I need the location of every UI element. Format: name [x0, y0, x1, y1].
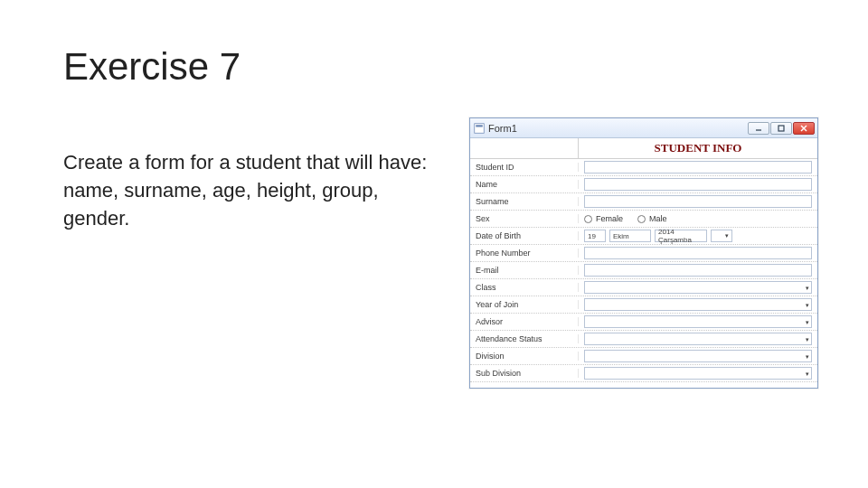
row-class: Class ▾	[470, 279, 817, 296]
chevron-down-icon: ▾	[806, 336, 809, 343]
chevron-down-icon: ▾	[806, 302, 809, 308]
division-dropdown[interactable]: ▾	[584, 350, 812, 362]
sex-female-radio[interactable]	[584, 215, 592, 223]
calendar-icon: ▾	[725, 232, 729, 239]
close-button[interactable]	[793, 122, 815, 135]
sub-division-dropdown[interactable]: ▾	[584, 367, 812, 380]
row-dob: Date of Birth 19 Ekim 2014 Çarşamba ▾	[470, 228, 817, 245]
row-email: E-mail	[470, 262, 817, 279]
window-titlebar[interactable]: Form1	[470, 118, 817, 138]
form-window: Form1 STUDENT INFO Student ID Name	[469, 117, 818, 389]
app-icon	[474, 123, 485, 134]
label-division: Division	[470, 352, 579, 361]
student-id-input[interactable]	[584, 161, 812, 174]
sex-male-radio[interactable]	[637, 215, 646, 223]
label-advisor: Advisor	[470, 317, 579, 326]
label-attendance: Attendance Status	[470, 334, 579, 343]
svg-rect-1	[476, 125, 483, 127]
sex-male-label: Male	[649, 214, 667, 223]
sex-female-label: Female	[596, 214, 623, 223]
window-title: Form1	[488, 123, 517, 134]
minimize-button[interactable]	[748, 122, 769, 135]
name-input[interactable]	[584, 178, 812, 191]
row-sub-division: Sub Division ▾	[470, 365, 817, 382]
row-name: Name	[470, 176, 817, 193]
label-phone: Phone Number	[470, 249, 579, 258]
dob-calendar-button[interactable]: ▾	[711, 230, 732, 242]
phone-input[interactable]	[584, 247, 812, 259]
dob-month-input[interactable]: Ekim	[609, 230, 651, 242]
window-controls	[748, 122, 815, 135]
attendance-dropdown[interactable]: ▾	[584, 333, 812, 345]
chevron-down-icon: ▾	[806, 319, 809, 325]
label-sub-division: Sub Division	[470, 369, 579, 378]
slide-title: Exercise 7	[63, 45, 241, 89]
svg-rect-3	[778, 126, 784, 131]
row-student-id: Student ID	[470, 159, 817, 176]
chevron-down-icon: ▾	[806, 285, 809, 291]
label-class: Class	[470, 283, 579, 292]
label-name: Name	[470, 180, 579, 189]
surname-input[interactable]	[584, 195, 812, 208]
label-sex: Sex	[470, 214, 579, 223]
row-phone: Phone Number	[470, 245, 817, 262]
class-dropdown[interactable]: ▾	[584, 281, 812, 294]
row-attendance: Attendance Status ▾	[470, 331, 817, 348]
form-rows: Student ID Name Surname Sex Female	[470, 159, 817, 388]
label-surname: Surname	[470, 197, 579, 206]
label-student-id: Student ID	[470, 163, 579, 172]
label-dob: Date of Birth	[470, 231, 579, 240]
label-email: E-mail	[470, 266, 579, 275]
email-input[interactable]	[584, 264, 812, 277]
dob-day-input[interactable]: 19	[584, 230, 606, 242]
advisor-dropdown[interactable]: ▾	[584, 315, 812, 328]
maximize-button[interactable]	[770, 122, 792, 135]
form-header: STUDENT INFO	[579, 138, 817, 158]
dob-year-input[interactable]: 2014 Çarşamba	[655, 230, 707, 242]
row-division: Division ▾	[470, 348, 817, 365]
year-of-join-dropdown[interactable]: ▾	[584, 298, 812, 311]
slide-body: Create a form for a student that will ha…	[63, 149, 434, 232]
row-sex: Sex Female Male	[470, 211, 817, 228]
row-advisor: Advisor ▾	[470, 314, 817, 331]
row-year-of-join: Year of Join ▾	[470, 296, 817, 314]
form-header-row: STUDENT INFO	[470, 138, 817, 159]
row-surname: Surname	[470, 193, 817, 211]
chevron-down-icon: ▾	[806, 371, 809, 377]
label-year-of-join: Year of Join	[470, 300, 579, 309]
chevron-down-icon: ▾	[806, 353, 809, 360]
